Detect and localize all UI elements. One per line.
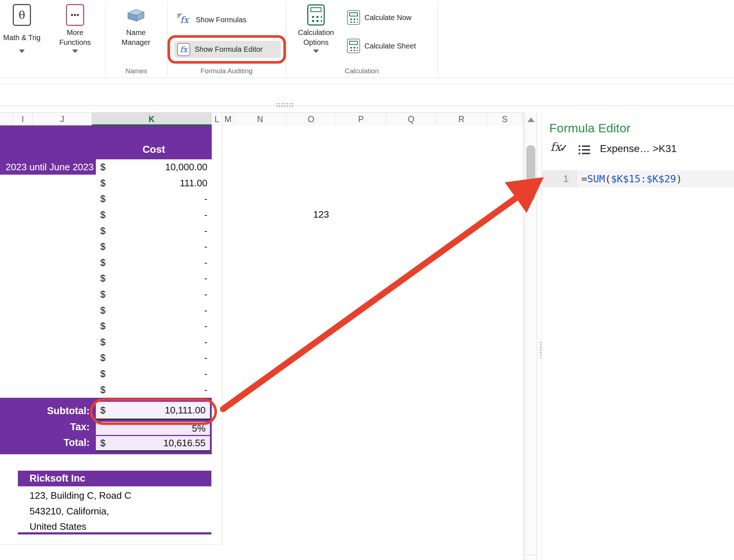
calculate-now-button[interactable]: Calculate Now	[347, 9, 411, 26]
cost-row[interactable]: $-	[96, 334, 212, 350]
fx-glyph: fx	[180, 45, 188, 54]
more-functions-button[interactable]: ••• More Functions	[48, 2, 102, 53]
column-header-partial[interactable]	[0, 113, 13, 126]
currency-symbol: $	[100, 384, 105, 396]
cost-row[interactable]: $-	[96, 223, 212, 239]
show-formula-editor-button[interactable]: fx Show Formula Editor	[174, 41, 281, 58]
dropdown-caret-icon	[19, 50, 25, 53]
currency-symbol: $	[100, 337, 105, 348]
show-formulas-button[interactable]: fx Show Formulas	[177, 12, 246, 28]
calculation-options-icon	[307, 2, 325, 28]
cost-row[interactable]: $-	[96, 350, 212, 366]
fx-check-icon[interactable]: fx✓	[550, 140, 568, 154]
cost-amount: -	[204, 209, 207, 221]
tax-value-cell[interactable]: 5%	[96, 422, 210, 435]
currency-symbol: $	[100, 305, 105, 316]
column-header-O[interactable]: O	[286, 113, 336, 126]
total-value: 10,616.55	[163, 438, 206, 449]
function-list-icon[interactable]	[578, 144, 591, 156]
cost-row[interactable]: $-	[96, 287, 212, 303]
scrollbar-bottom-line	[525, 555, 537, 555]
column-header-K[interactable]: K	[92, 113, 212, 126]
math-trig-button[interactable]: θ Math & Trig	[0, 2, 49, 53]
cell-value-123[interactable]: 123	[308, 209, 334, 220]
column-header-M[interactable]: M	[222, 113, 234, 126]
cost-amount: -	[204, 225, 207, 237]
cost-row[interactable]: $-	[96, 318, 212, 334]
currency-symbol: $	[100, 352, 105, 363]
column-header-R[interactable]: R	[436, 113, 487, 126]
period-label: 2023 until June 2023	[0, 159, 94, 175]
formula-editor-panel: Formula Editor fx✓ Expense… >K31 1 =SUM(…	[542, 112, 734, 560]
subtotal-currency: $	[100, 405, 105, 416]
cost-amount: -	[204, 337, 207, 348]
currency-symbol: $	[100, 368, 105, 380]
company-name-cell[interactable]: Ricksoft Inc	[18, 471, 211, 486]
company-address[interactable]: 123, Building C, Road C543210, Californi…	[30, 488, 131, 534]
calculate-sheet-button[interactable]: Calculate Sheet	[347, 38, 416, 54]
cost-header-cell[interactable]: Cost	[96, 142, 212, 157]
pane-resize-grip[interactable]	[276, 102, 293, 108]
column-header-J[interactable]: J	[33, 113, 92, 126]
scroll-up-arrow-icon[interactable]	[527, 117, 535, 122]
group-label-formula-auditing: Formula Auditing	[167, 67, 286, 75]
cost-row[interactable]: $-	[96, 255, 212, 271]
currency-symbol: $	[100, 225, 105, 237]
calculation-options-button[interactable]: Calculation Options	[289, 2, 343, 53]
group-label-names: Names	[105, 67, 167, 75]
cost-amount: -	[204, 241, 207, 252]
cost-amount: -	[204, 368, 207, 380]
calculate-now-icon	[347, 10, 360, 25]
column-header-row: IJKLMNOPQRS	[0, 112, 523, 126]
group-label-calculation: Calculation	[286, 67, 438, 75]
formula-token: =	[581, 173, 587, 184]
cost-amount: -	[204, 352, 207, 363]
cost-amount: -	[204, 193, 207, 205]
column-header-P[interactable]: P	[336, 113, 386, 126]
company-underline	[18, 532, 211, 534]
cost-row[interactable]: $-	[96, 366, 212, 382]
ribbon-group-divider	[438, 1, 438, 76]
cost-row[interactable]: $-	[96, 191, 212, 207]
check-glyph: ✓	[560, 143, 568, 154]
total-value-cell[interactable]: $ 10,616.55	[96, 436, 210, 451]
ribbon: θ Math & Trig ••• More Functions Name Ma…	[0, 0, 734, 78]
tax-label-cell[interactable]: Tax:	[0, 421, 90, 433]
name-manager-button[interactable]: Name Manager	[109, 2, 163, 47]
cost-amount: -	[204, 257, 207, 268]
subtotal-value-cell[interactable]: $ 10,111.00	[96, 402, 210, 420]
cost-row[interactable]: $-	[96, 302, 212, 318]
formula-editor-title: Formula Editor	[549, 121, 630, 135]
more-functions-icon: •••	[66, 2, 84, 28]
cost-row[interactable]: $-	[96, 382, 212, 398]
column-header-N[interactable]: N	[234, 113, 286, 126]
cost-row[interactable]: $-	[96, 207, 212, 223]
column-header-S[interactable]: S	[487, 113, 523, 126]
cost-row[interactable]: $111.00	[96, 175, 212, 191]
formula-row: 1 =SUM($K$15:$K$29)	[542, 170, 734, 187]
formula-token: )	[676, 173, 682, 184]
vertical-scrollbar[interactable]	[524, 112, 537, 560]
show-formulas-icon: fx	[177, 13, 191, 27]
dropdown-caret-icon	[72, 50, 78, 53]
company-name: Ricksoft Inc	[30, 471, 85, 486]
currency-symbol: $	[100, 257, 105, 268]
total-label-cell[interactable]: Total:	[0, 437, 90, 448]
column-header-Q[interactable]: Q	[386, 113, 436, 126]
subtotal-label-cell[interactable]: Subtotal:	[0, 405, 90, 417]
cost-row[interactable]: $-	[96, 271, 212, 287]
cost-row[interactable]: $10,000.00	[96, 159, 212, 175]
show-formula-editor-label: Show Formula Editor	[195, 45, 263, 54]
column-header-I[interactable]: I	[13, 113, 33, 126]
ribbon-group-divider	[286, 1, 286, 76]
period-cell[interactable]: 2023 until June 2023	[0, 159, 96, 175]
currency-symbol: $	[100, 320, 105, 332]
panel-splitter[interactable]	[542, 112, 542, 560]
scrollbar-thumb[interactable]	[526, 145, 535, 201]
cost-amount: -	[204, 384, 207, 396]
cost-row[interactable]: $-	[96, 239, 212, 255]
cost-rows: $10,000.00$111.00$-$-$-$-$-$-$-$-$-$-$-$…	[96, 159, 212, 398]
column-header-L[interactable]: L	[212, 113, 222, 126]
formula-text[interactable]: =SUM($K$15:$K$29)	[577, 170, 734, 187]
name-manager-icon	[126, 2, 146, 28]
